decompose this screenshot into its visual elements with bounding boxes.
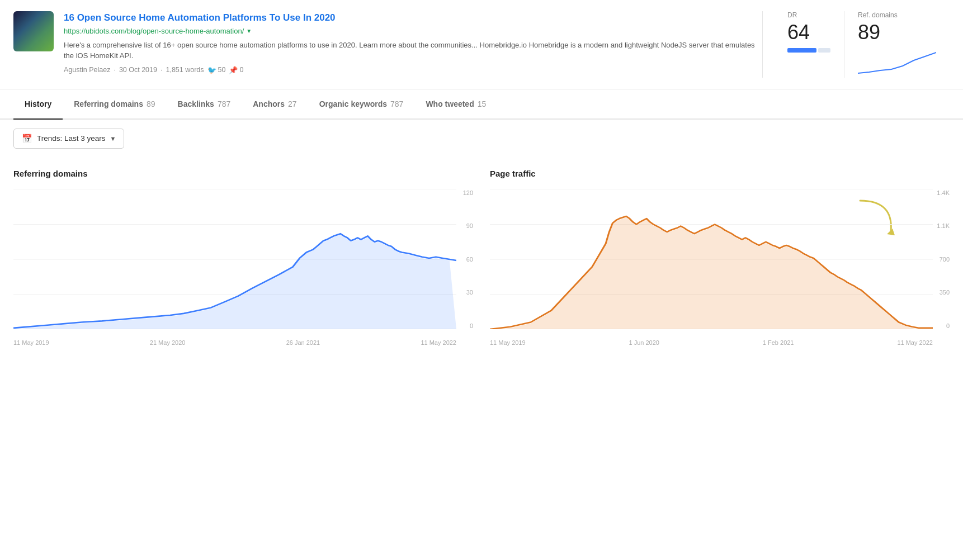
tabs-bar: History Referring domains 89 Backlinks 7… (0, 89, 963, 120)
pt-x-label-feb2021: 1 Feb 2021 (763, 339, 794, 346)
referring-domains-svg (13, 189, 456, 329)
ref-domains-mini-chart (858, 48, 936, 76)
page-traffic-x-axis: 11 May 2019 1 Jun 2020 1 Feb 2021 11 May… (490, 339, 933, 346)
tab-history[interactable]: History (13, 89, 63, 120)
pt-y-label-1.1k: 1.1K (937, 222, 950, 229)
dr-metric: DR 64 (774, 11, 844, 78)
article-description: Here's a comprehensive list of 16+ open … (64, 40, 762, 61)
x-label-jan2021: 26 Jan 2021 (286, 339, 320, 346)
article-url[interactable]: https://ubidots.com/blog/open-source-hom… (64, 27, 762, 35)
dr-label: DR (787, 11, 830, 19)
article-date: 30 Oct 2019 (119, 66, 157, 74)
trend-filter-button[interactable]: 📅 Trends: Last 3 years ▼ (13, 129, 124, 149)
tab-referring-domains[interactable]: Referring domains 89 (63, 89, 166, 118)
x-label-may2020: 21 May 2020 (150, 339, 186, 346)
x-label-may2019: 11 May 2019 (13, 339, 49, 346)
twitter-share: 🐦 50 (207, 66, 226, 74)
pt-x-label-jun2020: 1 Jun 2020 (629, 339, 659, 346)
tab-anchors[interactable]: Anchors 27 (242, 89, 308, 118)
y-label-30: 30 (466, 289, 473, 296)
pt-x-label-may2019: 11 May 2019 (490, 339, 526, 346)
svg-marker-5 (13, 235, 456, 329)
calendar-icon: 📅 (22, 134, 32, 144)
page-traffic-title: Page traffic (490, 169, 950, 178)
article-card: 16 Open Source Home Automation Platforms… (0, 0, 963, 89)
pt-x-label-may2022: 11 May 2022 (897, 339, 933, 346)
url-dropdown-arrow[interactable]: ▼ (246, 28, 252, 34)
svg-marker-12 (490, 217, 933, 329)
referring-domains-y-axis: 120 90 60 30 0 (463, 189, 473, 329)
ref-domains-value: 89 (858, 21, 936, 44)
tab-who-tweeted[interactable]: Who tweeted 15 (414, 89, 497, 118)
page-traffic-chart: Page traffic (490, 169, 950, 346)
article-content: 16 Open Source Home Automation Platforms… (64, 11, 762, 74)
y-label-120: 120 (463, 189, 473, 196)
article-meta: Agustin Pelaez · 30 Oct 2019 · 1,851 wor… (64, 66, 762, 74)
referring-domains-chart-area: 120 90 60 30 0 11 May 2019 21 May 2020 2… (13, 189, 473, 346)
referring-domains-x-axis: 11 May 2019 21 May 2020 26 Jan 2021 11 M… (13, 339, 456, 346)
twitter-icon: 🐦 (207, 66, 216, 74)
pinterest-count: 0 (239, 66, 243, 74)
article-words: 1,851 words (166, 66, 204, 74)
dr-value: 64 (787, 21, 830, 44)
page-traffic-y-axis: 1.4K 1.1K 700 350 0 (937, 189, 950, 329)
dr-bar (787, 48, 830, 53)
charts-section: Referring domains 120 90 60 30 0 (0, 158, 963, 357)
tab-backlinks[interactable]: Backlinks 787 (167, 89, 242, 118)
dr-bar-filled (787, 48, 816, 53)
pinterest-share: 📌 0 (229, 66, 243, 74)
filter-bar: 📅 Trends: Last 3 years ▼ (0, 120, 963, 158)
tab-organic-keywords[interactable]: Organic keywords 787 (308, 89, 415, 118)
trend-label: Trends: Last 3 years (37, 134, 106, 143)
article-title[interactable]: 16 Open Source Home Automation Platforms… (64, 11, 762, 25)
ref-domains-label: Ref. domains (858, 11, 936, 19)
dropdown-arrow-icon: ▼ (110, 135, 116, 142)
dr-bar-empty (818, 48, 830, 53)
x-label-may2022: 11 May 2022 (421, 339, 456, 346)
metrics-panel: DR 64 Ref. domains 89 (762, 11, 950, 78)
y-label-90: 90 (466, 222, 473, 229)
author-link[interactable]: Agustin Pelaez (64, 66, 110, 74)
ref-domains-metric: Ref. domains 89 (844, 11, 950, 78)
pt-y-label-1.4k: 1.4K (937, 189, 950, 196)
twitter-count: 50 (218, 66, 226, 74)
pt-y-label-700: 700 (940, 256, 950, 263)
referring-domains-chart: Referring domains 120 90 60 30 0 (13, 169, 473, 346)
referring-domains-title: Referring domains (13, 169, 473, 178)
pt-y-label-0: 0 (946, 322, 950, 329)
y-label-60: 60 (466, 256, 473, 263)
article-thumbnail (13, 11, 54, 51)
page-traffic-svg (490, 189, 933, 329)
pt-y-label-350: 350 (940, 289, 950, 296)
page-traffic-chart-area: 1.4K 1.1K 700 350 0 11 May 2019 1 Jun 20… (490, 189, 950, 346)
y-label-0: 0 (470, 322, 473, 329)
pinterest-icon: 📌 (229, 66, 238, 74)
